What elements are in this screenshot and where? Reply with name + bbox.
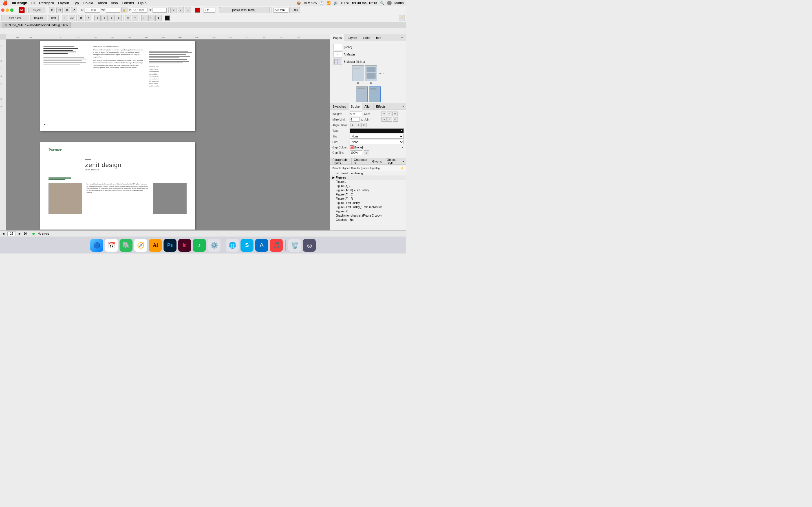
cap-square[interactable]: ⊞ — [393, 112, 398, 116]
gap-tint-input[interactable] — [350, 151, 362, 155]
next-page-btn[interactable]: ▶ — [18, 232, 21, 235]
tab-object-styles[interactable]: Object Style — [384, 158, 401, 165]
page-12-thumb[interactable]: 12 — [356, 87, 368, 103]
style-graphics-8pt[interactable]: Graphics - 8pt — [330, 218, 406, 222]
dock-evernote[interactable]: 🐘 — [119, 239, 133, 252]
layout-options[interactable]: ⊟ — [56, 7, 63, 13]
traffic-close[interactable] — [1, 8, 4, 12]
prev-page-btn[interactable]: ◀ — [2, 232, 4, 235]
leading-btn[interactable]: ↕ — [62, 15, 68, 21]
pt-input[interactable] — [204, 8, 215, 13]
menu-objekt[interactable]: Objekt — [83, 1, 93, 5]
tab-layers[interactable]: Layers — [345, 34, 360, 41]
menu-layout[interactable]: Layout — [58, 1, 69, 5]
dock-calendar[interactable]: 📅 — [105, 239, 118, 252]
tab-character-styles[interactable]: Character S — [352, 158, 370, 165]
user-name[interactable]: Martin — [395, 1, 404, 5]
page-13-thumb[interactable]: 12-13 — [369, 87, 380, 103]
dock-system-prefs[interactable]: ⚙️ — [207, 239, 220, 252]
bold-btn[interactable]: B — [78, 15, 84, 21]
master-a[interactable]: A A-Master — [333, 51, 404, 58]
align-right-btn[interactable]: ≡ — [109, 15, 115, 21]
search-icon[interactable]: 🔍 — [380, 1, 384, 5]
style-figure-a-l[interactable]: Figure (A) - L — [330, 184, 406, 188]
align-center-stroke[interactable]: ⊙ — [350, 123, 355, 127]
tracking-btn[interactable]: AV — [69, 15, 75, 21]
text-color[interactable] — [165, 15, 170, 20]
tab-glyphs[interactable]: Glyphs — [370, 158, 384, 165]
start-select[interactable]: None — [350, 134, 404, 138]
align-left-btn[interactable]: ≡ — [94, 15, 101, 21]
master-b[interactable]: B-Master (lik li...) — [333, 58, 404, 65]
text-flow2[interactable]: ↪ — [148, 15, 154, 21]
x-input[interactable] — [85, 8, 100, 13]
align-outside-stroke[interactable]: ⊃ — [361, 123, 366, 127]
size-selector[interactable]: 12pt — [48, 15, 59, 21]
file-tab[interactable]: ✕ *Orlo_MA87 – mörkblå3-sand.indd @ 56% — [2, 22, 71, 28]
menu-fonster[interactable]: Fönster — [122, 1, 134, 5]
tab-pages[interactable]: Pages — [330, 34, 345, 41]
dock-safari[interactable]: 🧭 — [134, 239, 147, 252]
menu-hjalp[interactable]: Hjälp — [138, 1, 147, 5]
dock-music[interactable]: 🎵 — [270, 239, 283, 252]
shear-btn[interactable]: ⟁ — [177, 7, 184, 13]
style-list-bread[interactable]: list_bread_numbering — [330, 171, 406, 175]
style-figure-c[interactable]: Figure - C — [330, 209, 406, 214]
tab-stroke[interactable]: Stroke — [349, 103, 362, 110]
text-frame-opts[interactable]: T — [132, 15, 138, 21]
gap-colour-selector[interactable]: [None] ▼ — [350, 145, 404, 149]
weight-input[interactable] — [350, 112, 362, 116]
dock-indesign[interactable]: Id — [178, 239, 191, 252]
tab-effects[interactable]: Effects — [374, 103, 388, 110]
menu-typ[interactable]: Typ — [73, 1, 79, 5]
stroke-type-selector[interactable]: ▼ — [350, 128, 404, 133]
pct-btn[interactable]: 100% — [289, 7, 300, 13]
style-graphic-checklist[interactable]: Graphic for checklist (Figure C copy) — [330, 214, 406, 218]
style-figure-a-c[interactable]: Figure (A) - C — [330, 192, 406, 196]
lightning-btn[interactable]: ⚡ — [399, 15, 405, 21]
style-figure-lj1[interactable]: Figure - Left Justify_1 mm mellanrum — [330, 205, 406, 209]
stroke-panel-menu[interactable]: ≡ — [401, 105, 406, 108]
tab-paragraph-styles[interactable]: Paragraph Styles — [330, 158, 352, 165]
close-tab-icon[interactable]: ✕ — [5, 23, 7, 27]
page-11-thumb[interactable]: 11 — [365, 65, 377, 84]
transform-options[interactable]: ↗ — [71, 7, 77, 13]
constrain-btn[interactable]: 🔒 — [121, 7, 128, 13]
end-select[interactable]: None — [350, 140, 404, 144]
tab-swatches[interactable]: Swatches — [330, 103, 349, 110]
canvas-area[interactable]: Design Group holds the largest positions… — [6, 40, 330, 230]
mitre-input[interactable] — [350, 117, 359, 122]
join-bevel[interactable]: ⊡ — [393, 117, 398, 122]
menu-fil[interactable]: Fil — [31, 1, 35, 5]
text-flow3[interactable]: ↯ — [155, 15, 161, 21]
menu-indesign[interactable]: InDesign — [12, 1, 28, 5]
cap-butt[interactable]: ⊣ — [381, 112, 386, 116]
scale-x-btn[interactable]: ↔ — [185, 7, 191, 13]
dock-quicksilver[interactable]: ◎ — [303, 239, 316, 252]
tab-align[interactable]: Align — [362, 103, 374, 110]
join-round[interactable]: ⊙ — [387, 117, 392, 122]
italic-btn[interactable]: I — [85, 15, 91, 21]
menu-tabell[interactable]: Tabell — [97, 1, 107, 5]
frame-type-selector[interactable]: [Basic Text Frame]+ — [219, 7, 270, 13]
style-figure-a-r[interactable]: Figure (A) - R — [330, 196, 406, 201]
zoom-display[interactable]: 56,7% — [29, 7, 45, 13]
arrange-options[interactable]: ⊠ — [64, 7, 70, 13]
align-center-btn[interactable]: ≡ — [101, 15, 108, 21]
style-figure-a1st-lj[interactable]: Figure (A-1st) - Left Justify — [330, 188, 406, 192]
y-input[interactable] — [132, 8, 147, 13]
gap-tint-palette[interactable]: ⊙ — [364, 151, 369, 155]
lightning-icon[interactable]: ⚡ — [401, 167, 404, 170]
style-selector[interactable]: Regular — [30, 15, 47, 21]
fill-color[interactable] — [195, 8, 200, 13]
text-flow1[interactable]: ↩ — [141, 15, 147, 21]
pages-panel-menu[interactable]: ≡ — [400, 36, 404, 40]
font-selector[interactable]: Font Name — [1, 15, 29, 21]
traffic-max[interactable] — [10, 8, 13, 12]
tab-links[interactable]: Links — [360, 34, 373, 41]
cap-round[interactable]: ⊙ — [387, 112, 392, 116]
dock-skype[interactable]: S — [241, 239, 253, 252]
style-figure-l[interactable]: Figure L — [330, 180, 406, 184]
justify-btn[interactable]: ≡ — [116, 15, 122, 21]
master-none[interactable]: [None] — [333, 43, 404, 51]
